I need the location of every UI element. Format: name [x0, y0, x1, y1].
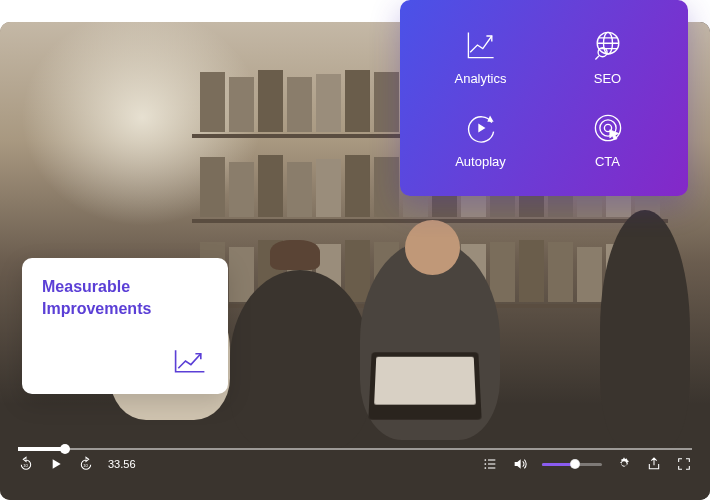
- player-controls: 10 10 33.56: [0, 448, 710, 500]
- feature-cta[interactable]: CTA: [547, 101, 668, 178]
- svg-point-12: [595, 115, 620, 140]
- feature-label: CTA: [595, 154, 620, 169]
- volume-button[interactable]: [512, 456, 528, 472]
- autoplay-icon: [463, 110, 499, 146]
- rewind-10-button[interactable]: 10: [18, 456, 34, 472]
- svg-text:10: 10: [23, 463, 28, 468]
- volume-knob[interactable]: [570, 459, 580, 469]
- current-time: 33.56: [108, 458, 136, 470]
- chapters-button[interactable]: [482, 456, 498, 472]
- analytics-chart-icon: [463, 27, 499, 63]
- feature-autoplay[interactable]: Autoplay: [420, 101, 541, 178]
- forward-10-button[interactable]: 10: [78, 456, 94, 472]
- svg-point-6: [484, 467, 486, 469]
- fullscreen-button[interactable]: [676, 456, 692, 472]
- seo-globe-search-icon: [590, 27, 626, 63]
- card-title: Measurable Improvements: [42, 276, 208, 319]
- feature-analytics[interactable]: Analytics: [420, 18, 541, 95]
- play-button[interactable]: [48, 456, 64, 472]
- svg-text:10: 10: [83, 463, 88, 468]
- feature-label: Autoplay: [455, 154, 506, 169]
- cta-target-icon: [590, 110, 626, 146]
- svg-point-2: [484, 459, 486, 461]
- settings-button[interactable]: [616, 456, 632, 472]
- measurable-improvements-card[interactable]: Measurable Improvements: [22, 258, 228, 394]
- feature-label: Analytics: [454, 71, 506, 86]
- progress-knob[interactable]: [60, 444, 70, 454]
- svg-point-4: [484, 463, 486, 465]
- trend-up-icon: [172, 346, 208, 376]
- share-button[interactable]: [646, 456, 662, 472]
- svg-point-8: [622, 462, 625, 465]
- feature-seo[interactable]: SEO: [547, 18, 668, 95]
- feature-label: SEO: [594, 71, 621, 86]
- volume-slider[interactable]: [542, 463, 602, 466]
- feature-panel: Analytics SEO Autoplay CTA: [400, 0, 688, 196]
- progress-bar[interactable]: [18, 448, 692, 450]
